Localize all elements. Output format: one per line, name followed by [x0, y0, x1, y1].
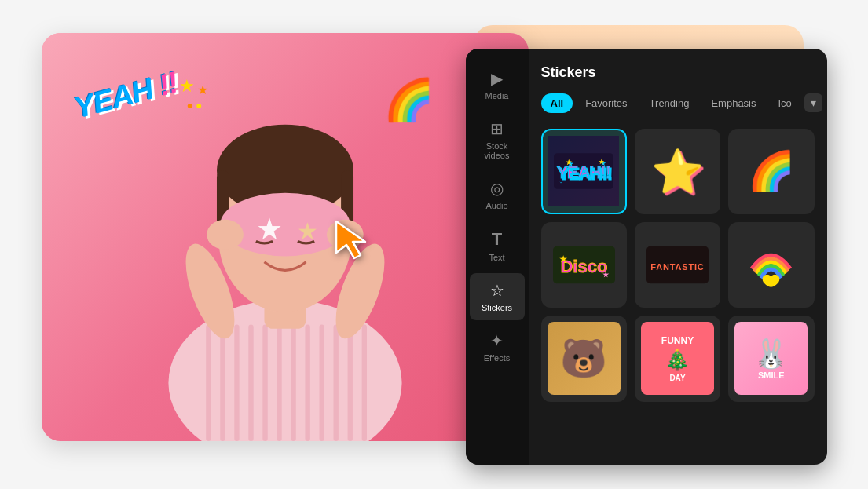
- tab-favorites[interactable]: Favorites: [576, 93, 636, 113]
- sidebar-text-label: Text: [489, 253, 504, 262]
- svg-text:FANTASTIC: FANTASTIC: [650, 262, 704, 272]
- sticker-disco[interactable]: Disco ★ ★: [541, 222, 627, 308]
- stock-videos-icon: ⊞: [490, 119, 504, 138]
- sidebar-item-audio[interactable]: ◎ Audio: [470, 171, 525, 218]
- sidebar-stock-label: Stock videos: [476, 141, 518, 160]
- rainbow-sticker-overlay: 🌈: [383, 76, 434, 124]
- svg-rect-12: [347, 324, 352, 441]
- bear-sticker-inner: 🐻: [548, 322, 621, 395]
- tab-trending[interactable]: Trending: [640, 93, 699, 113]
- svg-text:Disco: Disco: [560, 257, 607, 276]
- svg-text:★: ★: [255, 212, 282, 246]
- audio-icon: ◎: [490, 179, 504, 198]
- svg-rect-8: [291, 324, 295, 441]
- sticker-yeah[interactable]: YEAH!! ★ ★ ·: [541, 129, 627, 214]
- svg-point-25: [327, 219, 364, 249]
- media-icon: ▶: [491, 69, 503, 88]
- tab-emphasis[interactable]: Emphasis: [701, 93, 765, 113]
- text-icon: T: [492, 229, 502, 250]
- sidebar-effects-label: Effects: [484, 353, 510, 363]
- sidebar-item-media[interactable]: ▶ Media: [470, 61, 525, 108]
- sidebar-item-stickers[interactable]: ☆ Stickers: [470, 273, 525, 320]
- yeah-sticker-inner: YEAH!! ★ ★ ·: [548, 136, 619, 206]
- sidebar: ▶ Media ⊞ Stock videos ◎ Audio T Text ☆ …: [466, 49, 529, 465]
- smile-sticker-inner: 🐰 SMILE: [734, 322, 808, 395]
- funnyday-sticker-inner: FUNNY 🎄 DAY: [641, 322, 714, 395]
- svg-text:★: ★: [296, 218, 317, 244]
- svg-rect-10: [319, 324, 324, 441]
- svg-rect-9: [305, 324, 309, 441]
- svg-rect-2: [206, 324, 211, 441]
- effects-icon: ✦: [490, 331, 504, 350]
- sidebar-stickers-label: Stickers: [482, 303, 512, 312]
- sticker-bear[interactable]: 🐻: [541, 316, 627, 401]
- sticker-fantastic[interactable]: FANTASTIC: [635, 222, 720, 308]
- sidebar-item-effects[interactable]: ✦ Effects: [470, 323, 525, 370]
- sticker-heart-rainbow[interactable]: [728, 222, 814, 308]
- panel-title: Stickers: [541, 64, 815, 81]
- fantastic-sticker-inner: FANTASTIC: [641, 228, 714, 301]
- sidebar-item-stock-videos[interactable]: ⊞ Stock videos: [470, 111, 525, 168]
- main-container: ★ ★ YEAH ★ ★: [42, 17, 827, 473]
- sidebar-media-label: Media: [485, 91, 509, 100]
- tab-all[interactable]: All: [541, 93, 573, 113]
- star-sticker-inner: ⭐: [641, 135, 714, 208]
- stars-decoration: ★ ★ ● ●: [179, 76, 208, 111]
- svg-text:★: ★: [559, 254, 568, 264]
- svg-rect-6: [262, 324, 267, 441]
- sticker-smile[interactable]: 🐰 SMILE: [728, 316, 814, 401]
- svg-rect-4: [234, 324, 239, 441]
- svg-rect-3: [220, 324, 225, 441]
- svg-rect-5: [248, 324, 253, 441]
- sticker-funnyday[interactable]: FUNNY 🎄 DAY: [635, 316, 720, 401]
- photo-placeholder: ★ ★ YEAH ★ ★: [42, 33, 529, 441]
- svg-point-24: [207, 219, 244, 249]
- svg-text:YEAH!!: YEAH!!: [557, 163, 611, 182]
- rainbow-sticker-inner: 🌈: [734, 135, 808, 208]
- sticker-grid: YEAH!! ★ ★ · ⭐ 🌈: [541, 129, 815, 402]
- svg-text:★: ★: [602, 270, 610, 279]
- stickers-icon: ☆: [490, 281, 504, 300]
- ui-panel: ▶ Media ⊞ Stock videos ◎ Audio T Text ☆ …: [466, 49, 827, 465]
- tab-icons[interactable]: Ico: [769, 93, 801, 113]
- filter-more-button[interactable]: ▾: [804, 93, 822, 112]
- sidebar-audio-label: Audio: [485, 201, 507, 210]
- sidebar-item-text[interactable]: T Text: [470, 221, 525, 270]
- svg-rect-11: [333, 324, 338, 441]
- sticker-rainbow[interactable]: 🌈: [728, 129, 814, 214]
- sticker-star[interactable]: ⭐: [635, 129, 720, 214]
- photo-card: ★ ★ YEAH ★ ★: [42, 33, 529, 441]
- svg-rect-13: [361, 324, 366, 441]
- svg-point-19: [220, 192, 350, 256]
- disco-sticker-inner: Disco ★ ★: [548, 228, 621, 301]
- filter-tabs: All Favorites Trending Emphasis Ico ▾: [541, 93, 815, 113]
- heart-sticker-inner: [734, 228, 808, 301]
- panel-content: Stickers All Favorites Trending Emphasis…: [529, 49, 827, 465]
- svg-rect-7: [277, 324, 281, 441]
